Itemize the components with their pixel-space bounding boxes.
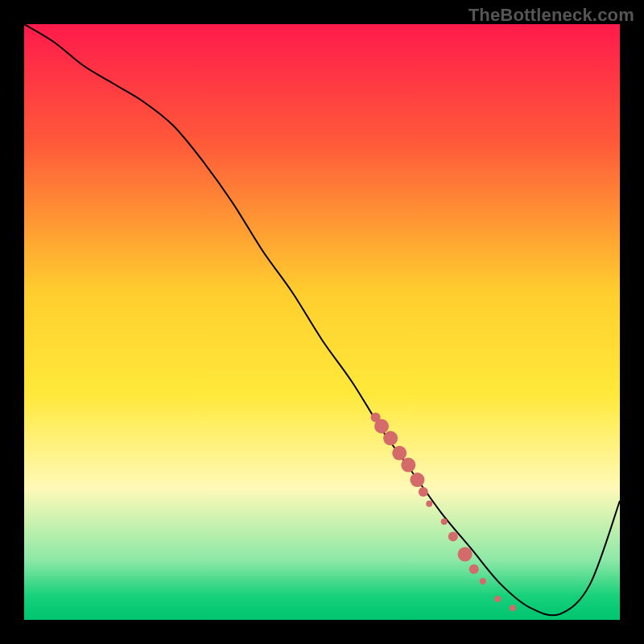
data-marker [494, 596, 501, 602]
data-marker [426, 501, 432, 507]
data-marker [410, 473, 424, 487]
data-marker [383, 431, 398, 445]
plot-area [24, 24, 620, 620]
data-marker [480, 578, 486, 584]
gradient-background [24, 24, 620, 620]
data-marker [458, 547, 473, 562]
data-marker [392, 446, 407, 460]
data-marker [448, 531, 458, 541]
data-marker [374, 419, 389, 434]
data-marker [401, 458, 415, 473]
data-marker [419, 487, 428, 497]
chart-svg [24, 24, 620, 620]
watermark-text: TheBottleneck.com [469, 5, 634, 26]
chart-stage: TheBottleneck.com [0, 0, 644, 644]
data-marker [510, 605, 516, 611]
data-marker [469, 564, 479, 574]
data-marker [441, 518, 448, 525]
